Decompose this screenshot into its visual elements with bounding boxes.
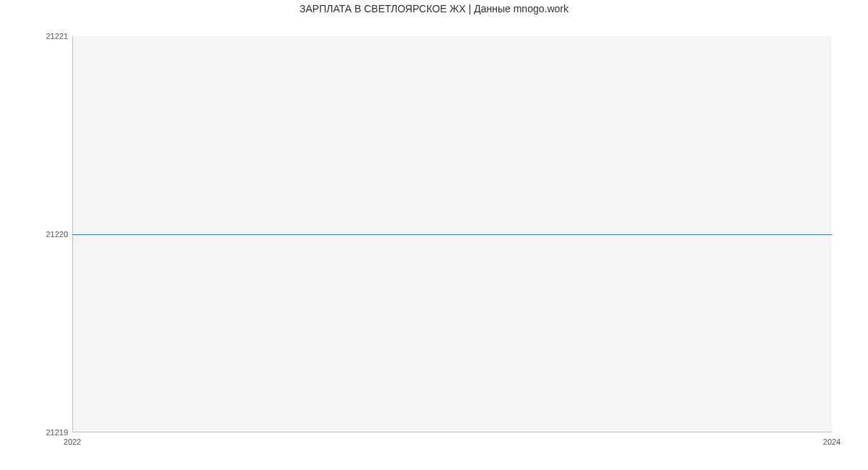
series-line <box>72 234 832 235</box>
y-tick-label: 21219 <box>3 428 68 437</box>
x-tick-label: 2024 <box>823 437 841 446</box>
salary-chart: ЗАРПЛАТА В СВЕТЛОЯРСКОЕ ЖХ | Данные mnog… <box>0 0 868 470</box>
x-tick-label: 2022 <box>64 437 81 446</box>
y-tick-label: 21220 <box>3 230 68 239</box>
chart-title: ЗАРПЛАТА В СВЕТЛОЯРСКОЕ ЖХ | Данные mnog… <box>0 3 868 14</box>
y-tick-label: 21221 <box>3 32 68 40</box>
